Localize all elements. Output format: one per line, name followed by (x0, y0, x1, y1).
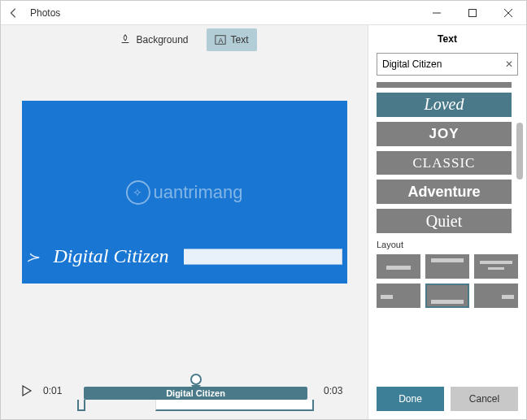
cancel-button[interactable]: Cancel (451, 387, 518, 411)
playhead[interactable] (190, 374, 202, 385)
ornament-left-icon: ≻ (26, 249, 38, 264)
editor-area: Background A Text ✧uantrimang ≻ Digital … (1, 25, 368, 419)
tab-background[interactable]: Background (111, 28, 196, 51)
text-panel: Text ✕ Loved JOY CLASSIC Adventure Quiet… (368, 25, 526, 419)
layout-option-left[interactable] (377, 284, 420, 308)
style-option-loved[interactable]: Loved (377, 93, 512, 117)
time-end: 0:03 (324, 385, 348, 396)
layout-option-bottom[interactable] (425, 284, 469, 308)
video-preview[interactable]: ✧uantrimang ≻ Digital Citizen ≻ (22, 101, 347, 284)
svg-text:A: A (218, 37, 223, 45)
layout-option-top[interactable] (425, 254, 469, 279)
watermark: ✧uantrimang (125, 180, 242, 205)
ornament-right-icon: ≻ (184, 249, 342, 264)
layout-option-title[interactable] (474, 254, 518, 279)
styles-scrollbar[interactable] (516, 90, 523, 233)
style-option-joy[interactable]: JOY (377, 122, 512, 146)
text-input[interactable] (377, 53, 518, 76)
clear-input-icon[interactable]: ✕ (505, 58, 513, 70)
svg-rect-1 (469, 9, 477, 16)
trim-handle-right[interactable] (155, 400, 314, 411)
tab-background-label: Background (136, 34, 188, 45)
minimize-button[interactable] (419, 1, 455, 25)
style-option-adventure[interactable]: Adventure (377, 180, 512, 204)
done-button[interactable]: Done (377, 387, 444, 411)
style-list[interactable]: Loved JOY CLASSIC Adventure Quiet (368, 82, 526, 233)
timeline-track[interactable]: Digital Citizen (77, 379, 314, 403)
text-icon: A (215, 34, 226, 45)
tab-text[interactable]: A Text (207, 28, 257, 51)
style-option-quiet[interactable]: Quiet (377, 209, 512, 233)
layout-section: Layout (368, 233, 526, 308)
trim-handle-left[interactable] (77, 400, 85, 411)
background-icon (120, 34, 131, 45)
preview-text-overlay: ≻ Digital Citizen ≻ (22, 245, 347, 267)
titlebar: Photos (1, 1, 526, 25)
app-title: Photos (27, 7, 60, 19)
style-option-classic[interactable]: CLASSIC (377, 151, 512, 175)
tab-text-label: Text (231, 34, 249, 45)
layout-option-right[interactable] (474, 284, 518, 308)
panel-title: Text (368, 25, 526, 53)
editor-tabs: Background A Text (1, 25, 368, 54)
maximize-button[interactable] (455, 1, 490, 25)
play-button[interactable] (20, 384, 33, 397)
layout-label: Layout (377, 240, 518, 249)
style-option[interactable] (377, 82, 512, 88)
layout-option-center[interactable] (377, 254, 420, 279)
time-start: 0:01 (43, 385, 68, 396)
close-button[interactable] (490, 1, 526, 25)
timeline: 0:01 Digital Citizen 0:03 (1, 362, 368, 419)
back-button[interactable] (1, 1, 27, 25)
